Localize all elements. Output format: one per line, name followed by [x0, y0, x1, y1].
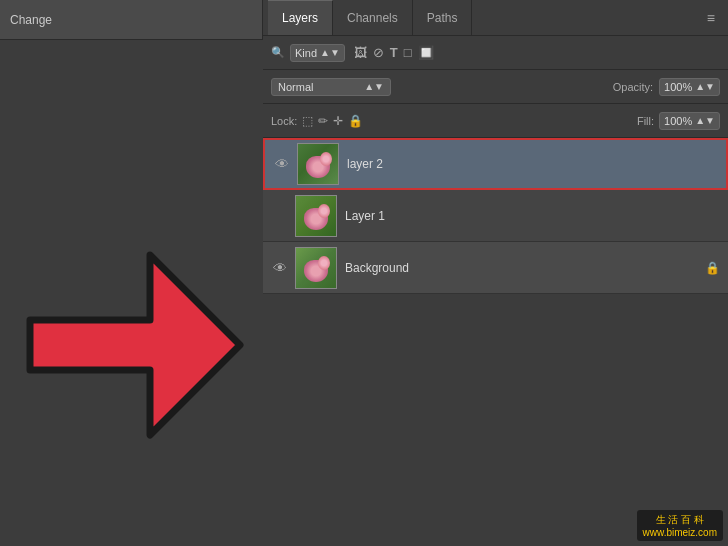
filter-adjustment-icon[interactable]: ⊘ — [373, 45, 384, 60]
visibility-icon-layer2[interactable]: 👁 — [273, 156, 291, 172]
lock-pixels-icon[interactable]: ✏ — [318, 114, 328, 128]
layer-row-layer1[interactable]: 👁 Layer 1 — [263, 190, 728, 242]
blend-chevron-icon: ▲▼ — [364, 81, 384, 92]
left-panel-title: Change — [10, 13, 52, 27]
layers-list: 👁 layer 2 👁 Layer 1 👁 Background 🔒 — [263, 138, 728, 294]
arrow-area — [0, 40, 263, 546]
kind-select[interactable]: Kind ▲▼ — [290, 44, 345, 62]
lock-label: Lock: — [271, 115, 297, 127]
tab-paths[interactable]: Paths — [413, 0, 473, 35]
filter-row: 🔍 Kind ▲▼ 🖼 ⊘ T □ 🔲 — [263, 36, 728, 70]
panel-menu-button[interactable]: ≡ — [699, 10, 723, 26]
kind-label: Kind — [295, 47, 317, 59]
background-lock-icon: 🔒 — [705, 261, 720, 275]
opacity-label: Opacity: — [613, 81, 653, 93]
watermark-line2: www.bimeiz.com — [643, 527, 717, 538]
layer-name-layer2: layer 2 — [347, 157, 718, 171]
visibility-icon-layer1[interactable]: 👁 — [271, 208, 289, 224]
lock-transparent-icon[interactable]: ⬚ — [302, 114, 313, 128]
fill-label: Fill: — [637, 115, 654, 127]
arrow-icon — [20, 160, 250, 440]
tab-layers[interactable]: Layers — [268, 0, 333, 35]
layers-panel: Layers Channels Paths ≡ 🔍 Kind ▲▼ 🖼 ⊘ T … — [263, 0, 728, 546]
layer-thumbnail-background — [295, 247, 337, 289]
filter-shape-icon[interactable]: □ — [404, 45, 412, 60]
fill-chevron-icon: ▲▼ — [695, 115, 715, 126]
kind-chevron-icon: ▲▼ — [320, 47, 340, 58]
filter-smart-icon[interactable]: 🔲 — [418, 45, 434, 60]
filter-pixel-icon[interactable]: 🖼 — [354, 45, 367, 60]
watermark-line1: 生 活 百 科 — [643, 513, 717, 527]
blend-mode-value: Normal — [278, 81, 313, 93]
lock-icons: ⬚ ✏ ✛ 🔒 — [302, 114, 363, 128]
lock-position-icon[interactable]: ✛ — [333, 114, 343, 128]
opacity-chevron-icon: ▲▼ — [695, 81, 715, 92]
layer-name-layer1: Layer 1 — [345, 209, 720, 223]
visibility-icon-background[interactable]: 👁 — [271, 260, 289, 276]
arrow-container — [20, 160, 250, 440]
filter-text-icon[interactable]: T — [390, 45, 398, 60]
layer-row-background[interactable]: 👁 Background 🔒 — [263, 242, 728, 294]
layer-thumbnail-layer1 — [295, 195, 337, 237]
fill-input[interactable]: 100% ▲▼ — [659, 112, 720, 130]
thumbnail-image-layer2 — [298, 144, 338, 184]
opacity-input[interactable]: 100% ▲▼ — [659, 78, 720, 96]
filter-icons: 🖼 ⊘ T □ 🔲 — [354, 45, 434, 60]
watermark: 生 活 百 科 www.bimeiz.com — [637, 510, 723, 541]
svg-marker-0 — [30, 255, 240, 435]
layer-thumbnail-layer2 — [297, 143, 339, 185]
tab-channels[interactable]: Channels — [333, 0, 413, 35]
lock-row: Lock: ⬚ ✏ ✛ 🔒 Fill: 100% ▲▼ — [263, 104, 728, 138]
left-panel-header: Change — [0, 0, 262, 40]
fill-value-text: 100% — [664, 115, 692, 127]
opacity-value-text: 100% — [664, 81, 692, 93]
blend-row: Normal ▲▼ Opacity: 100% ▲▼ — [263, 70, 728, 104]
blend-mode-select[interactable]: Normal ▲▼ — [271, 78, 391, 96]
tab-bar: Layers Channels Paths ≡ — [263, 0, 728, 36]
thumbnail-image-layer1 — [296, 196, 336, 236]
thumbnail-image-background — [296, 248, 336, 288]
layer-name-background: Background — [345, 261, 705, 275]
layer-row-layer2[interactable]: 👁 layer 2 — [263, 138, 728, 190]
lock-all-icon[interactable]: 🔒 — [348, 114, 363, 128]
left-panel: Change — [0, 0, 263, 546]
search-icon: 🔍 — [271, 46, 285, 59]
